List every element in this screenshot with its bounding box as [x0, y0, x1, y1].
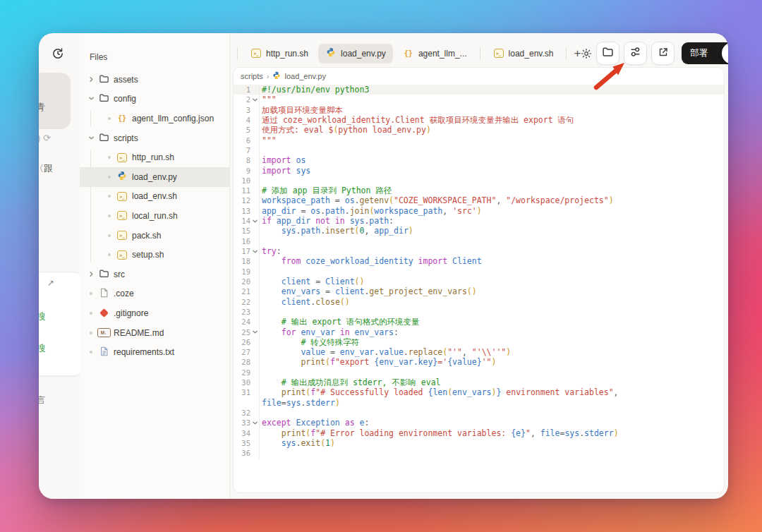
- fold-chevron-icon: [250, 145, 259, 155]
- fold-chevron-icon: [250, 448, 259, 458]
- breadcrumb-folder[interactable]: scripts: [241, 72, 263, 80]
- code-line[interactable]: 1#!/usr/bin/env python3: [234, 85, 724, 95]
- tab-agent-llm[interactable]: {}agent_llm_...: [396, 44, 474, 64]
- tree-item-pack-sh[interactable]: >_pack.sh: [80, 226, 229, 246]
- tree-item-readme-md[interactable]: M↓README.md: [80, 323, 229, 343]
- fold-chevron-icon[interactable]: [250, 246, 259, 256]
- fold-chevron-icon: [250, 286, 259, 296]
- breadcrumb-file[interactable]: load_env.py: [284, 72, 326, 80]
- open-external-button[interactable]: [651, 42, 675, 65]
- tree-item-local-run-sh[interactable]: >_local_run.sh: [80, 206, 229, 226]
- code-line[interactable]: 25 for env_var in env_vars:: [234, 327, 724, 337]
- code-line[interactable]: 5使用方式: eval $(python load_env.py): [234, 125, 724, 135]
- tree-item-load-env-sh[interactable]: >_load_env.sh: [80, 187, 229, 207]
- history-icon[interactable]: [52, 47, 64, 63]
- folder-icon: [602, 46, 614, 61]
- code-line[interactable]: 23: [234, 307, 724, 317]
- line-number: 31: [234, 387, 250, 397]
- new-tab-button[interactable]: +: [574, 44, 581, 63]
- tree-item-scripts[interactable]: scripts: [80, 128, 229, 148]
- code-line[interactable]: 2""": [234, 95, 724, 104]
- line-number: 30: [234, 377, 250, 387]
- json-braces-icon: {}: [118, 115, 126, 122]
- tab-http-run-sh[interactable]: >_http_run.sh: [243, 44, 315, 64]
- chevron-down-icon[interactable]: [88, 133, 95, 143]
- pin-cursor-badge[interactable]: [722, 42, 728, 64]
- code-line[interactable]: 24 # 输出 export 语句格式的环境变量: [234, 317, 724, 327]
- code-line[interactable]: 36: [234, 448, 724, 458]
- code-line[interactable]: 12workspace_path = os.getenv("COZE_WORKS…: [234, 195, 724, 205]
- chevron-right-icon[interactable]: [88, 75, 95, 85]
- code-line[interactable]: 30 # 输出成功消息到 stderr, 不影响 eval: [234, 377, 724, 387]
- code-line[interactable]: 21 env_vars = client.get_project_env_var…: [234, 286, 724, 296]
- files-toggle-button[interactable]: [596, 42, 619, 65]
- code-line[interactable]: 10: [234, 176, 724, 186]
- code-editor[interactable]: 1#!/usr/bin/env python32"""3加载项目环境变量脚本4通…: [234, 85, 724, 459]
- fold-chevron-icon: [250, 428, 259, 438]
- tree-item-load-env-py[interactable]: load_env.py: [80, 167, 229, 187]
- code-line[interactable]: 3加载项目环境变量脚本: [234, 105, 724, 115]
- fold-chevron-icon[interactable]: [250, 327, 259, 337]
- code-line[interactable]: file=sys.stderr): [234, 398, 724, 408]
- fold-chevron-icon: [250, 206, 259, 216]
- code-line[interactable]: 7: [234, 145, 724, 155]
- code-line[interactable]: 35 sys.exit(1): [234, 438, 724, 448]
- rail-mini-card[interactable]: [39, 272, 83, 376]
- fold-chevron-icon: [250, 377, 259, 387]
- tree-item-label: local_run.sh: [132, 211, 178, 221]
- code-line[interactable]: 31 print(f"# Successfully loaded {len(en…: [234, 387, 724, 397]
- code-line[interactable]: 9import sys: [234, 166, 724, 176]
- code-line[interactable]: 6""": [234, 135, 724, 145]
- fold-chevron-icon[interactable]: [250, 418, 259, 428]
- code-line[interactable]: 16: [234, 236, 724, 246]
- code-line[interactable]: 34 print(f"# Error loading environment v…: [234, 428, 724, 438]
- code-line[interactable]: 22 client.close(): [234, 297, 724, 307]
- theme-sun-icon[interactable]: [581, 44, 592, 63]
- line-number: 28: [234, 357, 250, 367]
- open-external-icon: [658, 47, 669, 61]
- code-line[interactable]: 18 from coze_workload_identity import Cl…: [234, 256, 724, 266]
- tree-item-setup-sh[interactable]: >_setup.sh: [80, 245, 229, 265]
- code-line[interactable]: 11# 添加 app 目录到 Python 路径: [234, 186, 724, 195]
- tree-item-assets[interactable]: assets: [80, 70, 229, 90]
- line-number: 17: [234, 246, 250, 256]
- code-line[interactable]: 29: [234, 368, 724, 377]
- code-line[interactable]: 13app_dir = os.path.join(workspace_path,…: [234, 206, 724, 216]
- tree-item-requirements-txt[interactable]: requirements.txt: [80, 342, 229, 362]
- chevron-down-icon[interactable]: [88, 94, 95, 104]
- settings-button[interactable]: [624, 42, 647, 65]
- code-line[interactable]: 27 value = env_var.value.replace("'", "'…: [234, 347, 724, 357]
- fold-chevron-icon: [250, 438, 259, 448]
- deploy-button[interactable]: 部署: [682, 42, 728, 64]
- code-line[interactable]: 33except Exception as e:: [234, 418, 724, 428]
- code-line[interactable]: 20 client = Client(): [234, 277, 724, 286]
- line-number: 5: [234, 125, 250, 135]
- tree-item-config[interactable]: config: [80, 90, 229, 109]
- fold-chevron-icon: [250, 347, 259, 357]
- code-line[interactable]: 28 print(f"export {env_var.key}='{value}…: [234, 357, 724, 367]
- tree-item-coze[interactable]: .coze: [80, 284, 229, 304]
- tree-item-agent-llm-config-json[interactable]: {}agent_llm_config.json: [80, 109, 229, 128]
- code-line[interactable]: 4通过 coze_workload_identity.Client 获取项目环境…: [234, 115, 724, 125]
- code-line[interactable]: 19: [234, 267, 724, 277]
- code-line[interactable]: 17try:: [234, 246, 724, 256]
- code-line[interactable]: 26 # 转义特殊字符: [234, 337, 724, 347]
- tree-item-gitignore[interactable]: .gitignore: [80, 303, 229, 323]
- tree-item-label: agent_llm_config.json: [132, 114, 214, 123]
- code-line[interactable]: 32: [234, 408, 724, 418]
- tree-item-src[interactable]: src: [80, 265, 229, 284]
- tree-item-http-run-sh[interactable]: >_http_run.sh: [80, 147, 229, 167]
- fold-chevron-icon: [250, 186, 259, 195]
- breadcrumb[interactable]: scripts › load_env.py: [234, 68, 724, 85]
- tab-load-env-py[interactable]: load_env.py: [318, 44, 393, 64]
- code-line[interactable]: 14if app_dir not in sys.path:: [234, 216, 724, 226]
- fold-chevron-icon[interactable]: [250, 95, 259, 104]
- fold-chevron-icon: [250, 408, 259, 418]
- code-line[interactable]: 8import os: [234, 155, 724, 165]
- fold-chevron-icon[interactable]: [250, 216, 259, 226]
- chevron-right-icon[interactable]: [88, 270, 95, 279]
- code-line[interactable]: 15 sys.path.insert(0, app_dir): [234, 226, 724, 236]
- tree-item-label: config: [114, 94, 136, 104]
- tab-separator: [237, 48, 238, 59]
- tab-load-env-sh[interactable]: >_load_env.sh: [486, 44, 561, 64]
